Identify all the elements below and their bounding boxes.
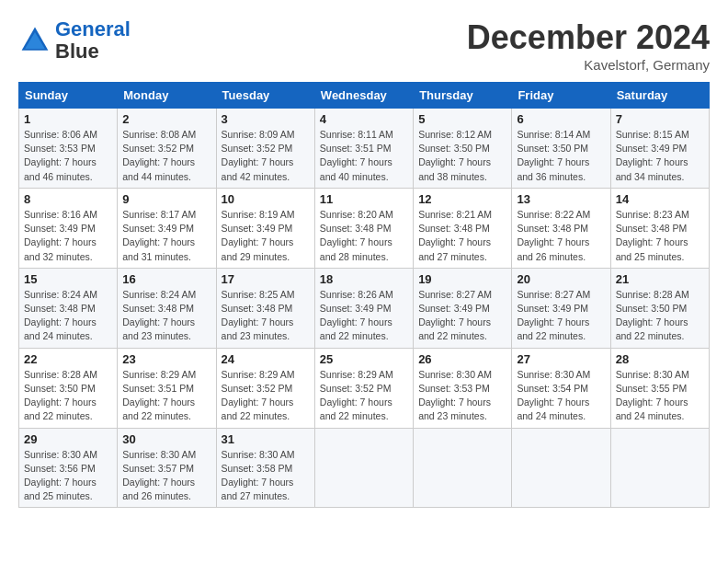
day-number: 1 [24,112,112,126]
calendar-cell: 28Sunrise: 8:30 AMSunset: 3:55 PMDayligh… [610,348,709,428]
day-info: Sunrise: 8:17 AMSunset: 3:49 PMDaylight:… [122,208,210,264]
day-info: Sunrise: 8:30 AMSunset: 3:54 PMDaylight:… [517,368,605,424]
weekday-header: Tuesday [216,83,314,109]
day-number: 25 [320,352,408,366]
location: Kavelstorf, Germany [467,57,710,73]
calendar-cell: 13Sunrise: 8:22 AMSunset: 3:48 PMDayligh… [512,188,610,268]
calendar-cell: 31Sunrise: 8:30 AMSunset: 3:58 PMDayligh… [216,428,314,508]
calendar-cell: 26Sunrise: 8:30 AMSunset: 3:53 PMDayligh… [414,348,512,428]
calendar-cell: 30Sunrise: 8:30 AMSunset: 3:57 PMDayligh… [118,428,216,508]
day-info: Sunrise: 8:24 AMSunset: 3:48 PMDaylight:… [24,288,112,344]
calendar-cell: 1Sunrise: 8:06 AMSunset: 3:53 PMDaylight… [19,109,118,189]
calendar-cell: 22Sunrise: 8:28 AMSunset: 3:50 PMDayligh… [19,348,118,428]
calendar-cell: 17Sunrise: 8:25 AMSunset: 3:48 PMDayligh… [216,268,314,348]
day-number: 28 [616,352,704,366]
calendar-cell [414,428,512,508]
day-info: Sunrise: 8:24 AMSunset: 3:48 PMDaylight:… [122,288,210,344]
calendar-cell: 11Sunrise: 8:20 AMSunset: 3:48 PMDayligh… [314,188,413,268]
calendar-cell: 14Sunrise: 8:23 AMSunset: 3:48 PMDayligh… [610,188,709,268]
day-number: 6 [517,112,605,126]
calendar-cell: 5Sunrise: 8:12 AMSunset: 3:50 PMDaylight… [414,109,512,189]
calendar-table: SundayMondayTuesdayWednesdayThursdayFrid… [18,82,710,508]
calendar-cell: 24Sunrise: 8:29 AMSunset: 3:52 PMDayligh… [216,348,314,428]
day-number: 14 [616,192,704,206]
day-number: 22 [24,352,112,366]
logo-line2: Blue [55,40,131,63]
day-info: Sunrise: 8:14 AMSunset: 3:50 PMDaylight:… [517,128,605,184]
day-number: 27 [517,352,605,366]
day-info: Sunrise: 8:08 AMSunset: 3:52 PMDaylight:… [122,128,210,184]
day-info: Sunrise: 8:19 AMSunset: 3:49 PMDaylight:… [222,208,310,264]
day-number: 17 [222,272,310,286]
day-info: Sunrise: 8:28 AMSunset: 3:50 PMDaylight:… [24,368,112,424]
calendar-cell: 27Sunrise: 8:30 AMSunset: 3:54 PMDayligh… [512,348,610,428]
day-number: 5 [418,112,506,126]
calendar-cell: 23Sunrise: 8:29 AMSunset: 3:51 PMDayligh… [118,348,216,428]
day-info: Sunrise: 8:27 AMSunset: 3:49 PMDaylight:… [418,288,506,344]
day-number: 9 [122,192,210,206]
day-number: 12 [418,192,506,206]
day-number: 26 [418,352,506,366]
title-area: December 2024 Kavelstorf, Germany [467,18,710,73]
logo-line1: General [55,17,131,40]
day-info: Sunrise: 8:16 AMSunset: 3:49 PMDaylight:… [24,208,112,264]
day-info: Sunrise: 8:15 AMSunset: 3:49 PMDaylight:… [616,128,704,184]
calendar-cell: 9Sunrise: 8:17 AMSunset: 3:49 PMDaylight… [118,188,216,268]
calendar-cell: 2Sunrise: 8:08 AMSunset: 3:52 PMDaylight… [118,109,216,189]
day-number: 16 [122,272,210,286]
header: General Blue December 2024 Kavelstorf, G… [18,18,710,73]
day-number: 8 [24,192,112,206]
calendar-cell: 16Sunrise: 8:24 AMSunset: 3:48 PMDayligh… [118,268,216,348]
logo-icon [18,24,51,57]
day-number: 11 [320,192,408,206]
calendar-cell: 8Sunrise: 8:16 AMSunset: 3:49 PMDaylight… [19,188,118,268]
calendar-cell [610,428,709,508]
day-number: 15 [24,272,112,286]
calendar-cell: 25Sunrise: 8:29 AMSunset: 3:52 PMDayligh… [314,348,413,428]
day-number: 21 [616,272,704,286]
calendar-cell: 6Sunrise: 8:14 AMSunset: 3:50 PMDaylight… [512,109,610,189]
day-number: 18 [320,272,408,286]
day-info: Sunrise: 8:26 AMSunset: 3:49 PMDaylight:… [320,288,408,344]
day-number: 7 [616,112,704,126]
weekday-header: Saturday [610,83,709,109]
day-number: 31 [222,432,310,446]
calendar-cell: 4Sunrise: 8:11 AMSunset: 3:51 PMDaylight… [314,109,413,189]
calendar-week-row: 1Sunrise: 8:06 AMSunset: 3:53 PMDaylight… [19,109,710,189]
day-info: Sunrise: 8:30 AMSunset: 3:55 PMDaylight:… [616,368,704,424]
day-info: Sunrise: 8:21 AMSunset: 3:48 PMDaylight:… [418,208,506,264]
weekday-header: Sunday [19,83,118,109]
calendar-cell: 3Sunrise: 8:09 AMSunset: 3:52 PMDaylight… [216,109,314,189]
calendar-cell: 10Sunrise: 8:19 AMSunset: 3:49 PMDayligh… [216,188,314,268]
calendar-header: SundayMondayTuesdayWednesdayThursdayFrid… [19,83,710,109]
calendar-cell: 29Sunrise: 8:30 AMSunset: 3:56 PMDayligh… [19,428,118,508]
calendar-week-row: 15Sunrise: 8:24 AMSunset: 3:48 PMDayligh… [19,268,710,348]
logo: General Blue [18,18,131,63]
day-number: 29 [24,432,112,446]
day-info: Sunrise: 8:06 AMSunset: 3:53 PMDaylight:… [24,128,112,184]
day-info: Sunrise: 8:25 AMSunset: 3:48 PMDaylight:… [222,288,310,344]
day-info: Sunrise: 8:30 AMSunset: 3:58 PMDaylight:… [222,448,310,504]
day-info: Sunrise: 8:30 AMSunset: 3:53 PMDaylight:… [418,368,506,424]
calendar-week-row: 22Sunrise: 8:28 AMSunset: 3:50 PMDayligh… [19,348,710,428]
day-info: Sunrise: 8:29 AMSunset: 3:52 PMDaylight:… [222,368,310,424]
calendar-week-row: 29Sunrise: 8:30 AMSunset: 3:56 PMDayligh… [19,428,710,508]
day-info: Sunrise: 8:29 AMSunset: 3:51 PMDaylight:… [122,368,210,424]
day-number: 24 [222,352,310,366]
day-info: Sunrise: 8:27 AMSunset: 3:49 PMDaylight:… [517,288,605,344]
day-number: 2 [122,112,210,126]
day-info: Sunrise: 8:30 AMSunset: 3:56 PMDaylight:… [24,448,112,504]
weekday-header: Wednesday [314,83,413,109]
calendar-week-row: 8Sunrise: 8:16 AMSunset: 3:49 PMDaylight… [19,188,710,268]
weekday-header: Thursday [414,83,512,109]
day-number: 19 [418,272,506,286]
month-title: December 2024 [467,18,710,57]
calendar-cell [512,428,610,508]
calendar-cell: 15Sunrise: 8:24 AMSunset: 3:48 PMDayligh… [19,268,118,348]
weekday-header: Friday [512,83,610,109]
day-info: Sunrise: 8:29 AMSunset: 3:52 PMDaylight:… [320,368,408,424]
day-number: 23 [122,352,210,366]
calendar-cell: 7Sunrise: 8:15 AMSunset: 3:49 PMDaylight… [610,109,709,189]
calendar-cell: 12Sunrise: 8:21 AMSunset: 3:48 PMDayligh… [414,188,512,268]
day-number: 10 [222,192,310,206]
